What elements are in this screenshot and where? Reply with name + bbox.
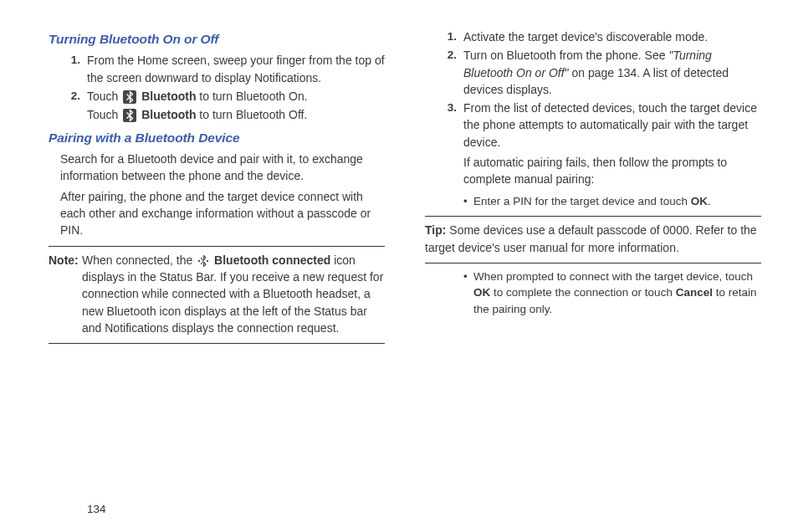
svg-point-1	[207, 259, 208, 261]
text: Touch	[87, 90, 121, 103]
left-column: Turning Bluetooth On or Off 1. From the …	[49, 27, 385, 503]
tip-label: Tip:	[425, 223, 446, 237]
step-number: 1.	[57, 52, 87, 86]
text: When connected, the	[82, 253, 196, 267]
right-steps: 1. Activate the target device's discover…	[425, 28, 761, 188]
paragraph: From the list of detected devices, touch…	[463, 100, 761, 151]
text: Turn on Bluetooth from the phone. See	[463, 49, 668, 62]
tip-text: Some devices use a default passcode of 0…	[425, 223, 757, 253]
list-item: 2. Turn on Bluetooth from the phone. See…	[433, 47, 761, 98]
bullet-text: Enter a PIN for the target device and to…	[473, 193, 761, 210]
note-text: When connected, the Bluetooth connected …	[82, 252, 385, 336]
text: to turn Bluetooth On.	[196, 90, 307, 103]
page-number: 134	[87, 503, 761, 515]
list-item: 2. Touch Bluetooth to turn Bluetooth On.…	[57, 88, 385, 124]
bullet-marker: •	[463, 193, 473, 210]
bullet-item: • When prompted to connect with the targ…	[463, 269, 761, 318]
step-number: 1.	[433, 28, 463, 45]
heading-pairing: Pairing with a Bluetooth Device	[49, 129, 385, 147]
right-column: 1. Activate the target device's discover…	[425, 27, 761, 503]
step-text: From the list of detected devices, touch…	[463, 100, 761, 187]
svg-point-0	[198, 259, 200, 261]
list-item: 1. Activate the target device's discover…	[433, 28, 761, 45]
text: Touch	[87, 108, 121, 121]
tip-block: Tip: Some devices use a default passcode…	[425, 222, 761, 256]
bold-text: Cancel	[676, 286, 713, 299]
list-item: 3. From the list of detected devices, to…	[433, 100, 761, 187]
step-number: 2.	[433, 47, 463, 98]
step-text: Activate the target device's discoverabl…	[463, 28, 761, 45]
step-number: 2.	[57, 88, 87, 124]
manual-page: Turning Bluetooth On or Off 1. From the …	[0, 0, 798, 532]
bluetooth-icon	[123, 90, 136, 104]
heading-turning-bluetooth: Turning Bluetooth On or Off	[49, 30, 385, 49]
step-text: Turn on Bluetooth from the phone. See "T…	[463, 47, 761, 98]
bold-text: Bluetooth	[138, 108, 196, 121]
text: When prompted to connect with the target…	[473, 270, 753, 283]
step-text: From the Home screen, sweep your finger …	[87, 52, 385, 86]
paragraph: After pairing, the phone and the target …	[60, 188, 385, 239]
bullet-item: • Enter a PIN for the target device and …	[463, 193, 761, 210]
turning-steps: 1. From the Home screen, sweep your fing…	[49, 52, 385, 123]
note-block: Note: When connected, the Bluetooth conn…	[49, 252, 385, 336]
divider	[49, 343, 385, 344]
text: .	[708, 195, 711, 207]
step-text: Touch Bluetooth to turn Bluetooth On. To…	[87, 88, 385, 124]
bluetooth-connected-icon	[197, 254, 210, 268]
list-item: 1. From the Home screen, sweep your fing…	[57, 52, 385, 86]
bold-text: OK	[691, 195, 708, 207]
text: to complete the connection or touch	[490, 286, 675, 299]
bluetooth-icon	[123, 109, 136, 122]
paragraph: If automatic pairing fails, then follow …	[463, 154, 761, 188]
divider	[49, 246, 385, 247]
paragraph: Search for a Bluetooth device and pair w…	[60, 151, 385, 185]
bullet-marker: •	[463, 269, 473, 318]
divider	[425, 263, 761, 263]
divider	[425, 216, 761, 217]
bold-text: OK	[473, 286, 490, 299]
text: Enter a PIN for the target device and to…	[473, 195, 691, 207]
bold-text: Bluetooth	[138, 90, 196, 103]
text: to turn Bluetooth Off.	[196, 108, 307, 121]
note-label: Note:	[49, 253, 79, 267]
bold-text: Bluetooth connected	[211, 253, 330, 267]
bullet-text: When prompted to connect with the target…	[473, 269, 761, 318]
step-number: 3.	[433, 100, 463, 187]
two-column-layout: Turning Bluetooth On or Off 1. From the …	[49, 27, 761, 503]
